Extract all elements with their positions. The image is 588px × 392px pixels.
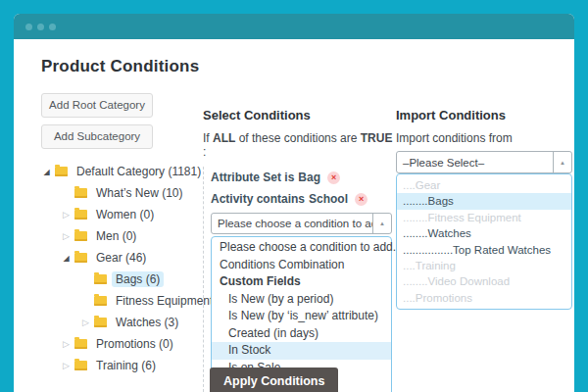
rule-text: If: [203, 131, 213, 145]
condition-select-value: Please choose a condition to add.: [212, 218, 372, 229]
import-conditions-heading: Import Conditions: [396, 108, 572, 122]
import-option: ....Promotions: [397, 290, 571, 306]
rule-text: of these conditions are: [235, 131, 360, 145]
condition-option[interactable]: Custom Fields: [212, 273, 391, 291]
app-window: Product Conditions Add Root Category Add…: [14, 14, 574, 392]
window-titlebar: [14, 14, 574, 39]
tree-item-label[interactable]: Promotions (0): [92, 336, 177, 352]
collapse-arrow-icon[interactable]: ◢: [61, 253, 72, 264]
add-subcategory-button[interactable]: Add Subcategory: [41, 124, 153, 149]
select-conditions-panel: Select Conditions If ALL of these condit…: [203, 108, 393, 392]
tree-item[interactable]: ▷Watches (3): [41, 312, 208, 333]
conditions-rule-line: If ALL of these conditions are TRUE :: [203, 131, 393, 159]
rule-text: TRUE: [361, 131, 393, 145]
folder-icon: [55, 167, 68, 176]
folder-icon: [94, 318, 107, 327]
tree-item[interactable]: ▷Promotions (0): [41, 333, 208, 355]
tree-item[interactable]: Fitness Equipment (23): [41, 290, 208, 312]
condition-row: Activity containsSchool×: [211, 188, 393, 210]
folder-icon: [74, 188, 87, 198]
import-option: ........Fitness Equipment: [397, 210, 571, 225]
chevron-up-icon[interactable]: ▲: [553, 152, 571, 172]
expand-arrow-icon[interactable]: ▷: [61, 339, 72, 350]
page-title: Product Conditions: [41, 57, 199, 76]
import-option[interactable]: ........Bags: [397, 193, 571, 209]
tree-item[interactable]: ▷Men (0): [41, 225, 208, 247]
folder-icon: [94, 274, 107, 284]
import-options-list: ....Gear........Bags........Fitness Equi…: [396, 173, 572, 310]
import-select-value: –Please Select–: [397, 157, 553, 169]
apply-conditions-button[interactable]: Apply Conditions: [210, 368, 338, 392]
import-from-label: Import conditions from: [396, 131, 572, 145]
condition-option[interactable]: Created (in days): [212, 325, 391, 343]
window-dot-icon: [25, 24, 32, 30]
folder-icon: [74, 339, 87, 349]
tree-item-label[interactable]: Default Category (1181): [73, 164, 205, 179]
condition-label: Attribute Set is: [211, 171, 294, 184]
add-root-category-button[interactable]: Add Root Category: [41, 93, 153, 118]
condition-select[interactable]: Please choose a condition to add. ▲: [211, 213, 392, 234]
tree-item[interactable]: Bags (6): [41, 269, 208, 290]
import-select[interactable]: –Please Select– ▲: [396, 151, 572, 173]
expand-arrow-icon[interactable]: ▷: [61, 231, 72, 242]
tree-item-label[interactable]: Women (0): [92, 207, 158, 222]
window-dot-icon: [49, 24, 56, 30]
screen: Product Conditions Add Root Category Add…: [0, 0, 588, 392]
tree-item[interactable]: ◢Default Category (1181): [41, 161, 208, 182]
folder-icon: [74, 361, 87, 370]
remove-condition-icon[interactable]: ×: [355, 193, 368, 206]
tree-item-label[interactable]: What’s New (10): [92, 185, 186, 201]
import-option: ....Training: [397, 258, 571, 273]
collapse-arrow-icon[interactable]: ◢: [41, 167, 52, 177]
expand-arrow-icon[interactable]: ▷: [80, 318, 91, 328]
folder-icon: [74, 210, 87, 220]
condition-value[interactable]: School: [309, 192, 348, 206]
tree-item-label[interactable]: Bags (6): [112, 271, 164, 287]
tree-item-label[interactable]: Men (0): [92, 228, 140, 244]
conditions-block: Attribute Set isBag×Activity containsSch…: [203, 167, 393, 392]
folder-icon: [74, 231, 87, 241]
rule-text: :: [203, 145, 206, 159]
condition-rows: Attribute Set isBag×Activity containsSch…: [211, 167, 393, 210]
condition-row: Attribute Set isBag×: [211, 167, 393, 188]
condition-option[interactable]: Is New (by a period): [212, 291, 391, 309]
select-conditions-heading: Select Conditions: [203, 108, 393, 122]
condition-option[interactable]: Is New (by ‘is_new’ attribute): [212, 308, 391, 325]
category-tree: ◢Default Category (1181)What’s New (10)▷…: [41, 161, 208, 376]
condition-option[interactable]: Please choose a condition to add.: [212, 239, 391, 257]
window-dot-icon: [37, 24, 44, 30]
remove-condition-icon[interactable]: ×: [327, 172, 340, 184]
condition-option[interactable]: Conditions Combination: [212, 257, 391, 274]
rule-text: ALL: [213, 131, 235, 145]
tree-item[interactable]: ▷Women (0): [41, 204, 208, 225]
tree-item[interactable]: ◢Gear (46): [41, 247, 208, 269]
expand-arrow-icon[interactable]: ▷: [61, 210, 72, 220]
import-option[interactable]: ........Watches: [397, 225, 571, 241]
folder-icon: [94, 296, 107, 306]
condition-value[interactable]: Bag: [298, 171, 320, 184]
condition-label: Activity contains: [211, 192, 305, 206]
import-option: ........Video Download: [397, 273, 571, 289]
chevron-up-icon[interactable]: ▲: [372, 214, 391, 233]
expand-arrow-icon[interactable]: ▷: [61, 361, 72, 371]
tree-item[interactable]: ▷Training (6): [41, 355, 208, 376]
import-option: ....Gear: [397, 177, 571, 193]
tree-item-label[interactable]: Training (6): [92, 358, 160, 373]
import-option[interactable]: ................Top Rated Watches: [397, 242, 571, 258]
import-conditions-panel: Import Conditions Import conditions from…: [396, 108, 572, 310]
tree-item-label[interactable]: Watches (3): [112, 315, 182, 330]
condition-option[interactable]: In Stock: [212, 342, 391, 360]
folder-icon: [74, 253, 87, 263]
tree-item[interactable]: What’s New (10): [41, 182, 208, 204]
tree-item-label[interactable]: Gear (46): [92, 250, 150, 266]
